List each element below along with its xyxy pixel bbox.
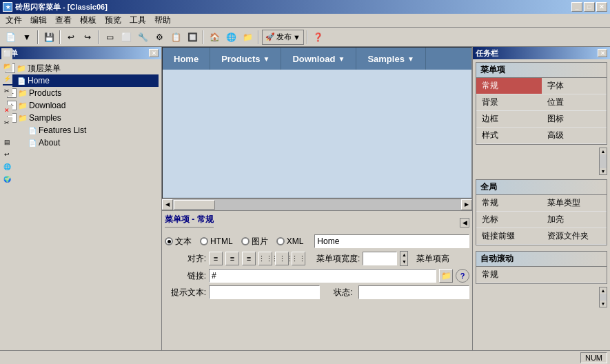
task-global-resourcefolder[interactable]: 资源文件夹 <box>542 228 607 245</box>
task-global-cursor[interactable]: 光标 <box>476 212 542 228</box>
h-scrollbar[interactable]: ◀ ▶ <box>162 199 472 210</box>
task-cell-border[interactable]: 边框 <box>476 111 542 128</box>
tree-item-features[interactable]: 📄 Features List <box>3 124 159 136</box>
align-bottom-btn[interactable]: ⋮⋮ <box>292 252 305 265</box>
radio-image[interactable]: 图片 <box>241 236 268 247</box>
scroll-left-btn[interactable]: ◀ <box>162 199 173 210</box>
tree-root[interactable]: - 📁 顶层菜单 <box>3 62 159 74</box>
tb-btn5[interactable]: ⬜ <box>119 30 134 45</box>
left-icon-3[interactable]: ⚡ <box>1 73 12 84</box>
width-spinner[interactable]: ▲ ▼ <box>400 251 408 266</box>
tb-help[interactable]: ❓ <box>311 30 326 45</box>
tb-save[interactable]: 💾 <box>41 30 57 45</box>
task-cell-font[interactable]: 字体 <box>542 78 607 94</box>
task-cell-icon[interactable]: 图标 <box>542 111 607 128</box>
radio-xml[interactable]: XML <box>276 236 304 246</box>
task-section-global-title: 全局 <box>476 180 607 195</box>
tb-btn4[interactable]: ▭ <box>102 30 117 45</box>
task-scroll-track <box>600 154 607 168</box>
task-global-menutype[interactable]: 菜单类型 <box>542 195 607 212</box>
publish-arrow: ▼ <box>293 33 301 41</box>
task-cell-pos[interactable]: 位置 <box>542 94 607 111</box>
nav-item-products[interactable]: Products ▼ <box>210 48 281 70</box>
menu-tools[interactable]: 工具 <box>125 13 150 28</box>
left-icon-6[interactable]: ✂ <box>1 117 12 128</box>
task-cell-normal[interactable]: 常规 <box>476 78 542 94</box>
left-icon-7[interactable]: ▤ <box>1 136 12 148</box>
task-scroll-down2[interactable]: ▼ <box>600 301 607 307</box>
left-icon-4[interactable]: ✂ <box>1 85 12 97</box>
left-icon-8[interactable]: ↩ <box>1 149 12 160</box>
align-left-btn[interactable]: ≡ <box>209 252 223 265</box>
width-down[interactable]: ▼ <box>400 259 407 265</box>
tb-btn11[interactable]: 🌐 <box>223 30 238 45</box>
text-value-input[interactable] <box>314 234 469 248</box>
tb-undo[interactable]: ↩ <box>63 30 79 45</box>
task-scrollbar2[interactable]: ▲ ▼ <box>599 287 607 307</box>
menu-view[interactable]: 查看 <box>51 13 76 28</box>
menu-file[interactable]: 文件 <box>1 13 26 28</box>
scroll-thumb[interactable] <box>174 200 215 210</box>
tree-item-download[interactable]: + 📁 Download <box>3 99 159 112</box>
left-icon-9[interactable]: 🌐 <box>1 161 12 172</box>
tree-item-home[interactable]: 📄 Home <box>3 74 159 87</box>
task-autoscroll-normal[interactable]: 常规 <box>476 267 542 283</box>
nav-item-home[interactable]: Home <box>163 48 210 70</box>
task-global-linkprefix[interactable]: 链接前缀 <box>476 228 542 245</box>
align-center-btn[interactable]: ≡ <box>225 252 239 265</box>
align-middle-btn[interactable]: ⋮⋮⋮ <box>275 252 289 265</box>
tb-btn12[interactable]: 📁 <box>240 30 255 45</box>
nav-item-samples[interactable]: Samples ▼ <box>356 48 425 70</box>
minimize-button[interactable]: _ <box>571 2 582 12</box>
task-scroll-up2[interactable]: ▲ <box>600 287 607 294</box>
tree-item-about[interactable]: 📄 About <box>3 136 159 149</box>
tip-input[interactable] <box>209 285 320 299</box>
tb-btn9[interactable]: 🔲 <box>185 30 200 45</box>
tree-item-products[interactable]: + 📁 Products <box>3 87 159 99</box>
task-global-highlight[interactable]: 加亮 <box>542 212 607 228</box>
publish-dropdown[interactable]: 🚀 发布 ▼ <box>262 30 304 45</box>
align-right-btn[interactable]: ≡ <box>242 252 256 265</box>
task-cell-advanced[interactable]: 高级 <box>542 128 607 144</box>
task-scroll-down[interactable]: ▼ <box>600 168 607 174</box>
close-button[interactable]: ✕ <box>596 2 607 12</box>
task-scrollbar[interactable]: ▲ ▼ <box>599 148 607 175</box>
left-icon-2[interactable]: 📂 <box>1 61 12 72</box>
left-icon-5[interactable]: ✕ <box>1 105 12 116</box>
tb-btn6[interactable]: 🔧 <box>135 30 150 45</box>
menu-help[interactable]: 帮助 <box>150 13 175 28</box>
tb-btn10[interactable]: 🏠 <box>207 30 222 45</box>
tree-panel-close[interactable]: ✕ <box>149 49 159 57</box>
tb-btn7[interactable]: ⚙ <box>152 30 167 45</box>
maximize-button[interactable]: □ <box>584 2 595 12</box>
left-icon-1[interactable]: ⬜ <box>1 48 12 59</box>
task-scroll-up[interactable]: ▲ <box>600 148 607 154</box>
left-icon-10[interactable]: 🌍 <box>1 174 12 185</box>
link-help-btn[interactable]: ? <box>456 269 469 283</box>
tree-label-features: Features List <box>39 125 86 135</box>
link-folder-btn[interactable]: 📁 <box>439 269 453 283</box>
task-cell-bg[interactable]: 背景 <box>476 94 542 111</box>
nav-item-download[interactable]: Download ▼ <box>281 48 356 70</box>
menu-edit[interactable]: 编辑 <box>26 13 51 28</box>
tb-new[interactable]: 📄 <box>3 30 18 45</box>
tb-redo[interactable]: ↪ <box>80 30 95 45</box>
radio-html[interactable]: HTML <box>200 236 233 246</box>
state-input[interactable] <box>358 285 469 299</box>
width-up[interactable]: ▲ <box>400 252 407 259</box>
link-input[interactable] <box>209 269 436 283</box>
tb-btn8[interactable]: 📋 <box>168 30 183 45</box>
task-global-normal[interactable]: 常规 <box>476 195 542 212</box>
menu-template[interactable]: 模板 <box>76 13 101 28</box>
task-panel-close[interactable]: ✕ <box>598 49 607 57</box>
tb-open[interactable]: ▼ <box>19 30 34 45</box>
props-collapse-btn[interactable]: ◀ <box>460 218 469 228</box>
width-input[interactable] <box>363 252 397 265</box>
props-panel: 菜单项 - 常规 ◀ 文本 HTML 图片 X <box>162 210 472 305</box>
task-cell-style[interactable]: 样式 <box>476 128 542 144</box>
tree-item-samples[interactable]: - 📁 Samples <box>3 112 159 124</box>
scroll-right-btn[interactable]: ▶ <box>461 199 472 210</box>
scroll-track[interactable] <box>173 199 461 210</box>
radio-text[interactable]: 文本 <box>165 236 192 247</box>
menu-preview[interactable]: 预览 <box>101 13 125 28</box>
